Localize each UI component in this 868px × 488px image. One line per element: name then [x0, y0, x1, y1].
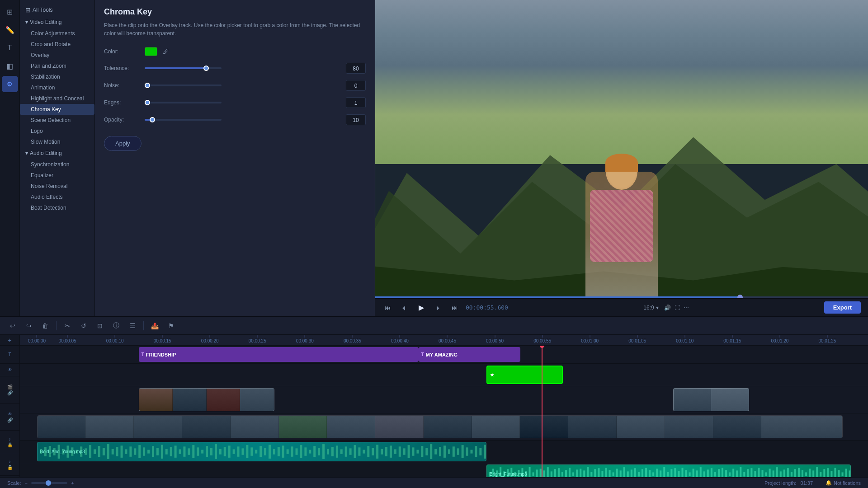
- scale-minus-icon[interactable]: −: [25, 480, 28, 486]
- noise-slider-track[interactable]: [145, 84, 222, 86]
- audio-editing-section[interactable]: ▾ Audio Editing: [20, 147, 94, 159]
- export-button[interactable]: Export: [824, 301, 861, 314]
- apply-button[interactable]: Apply: [104, 136, 142, 151]
- chevron-icon: ▾: [25, 19, 28, 25]
- sidebar-item-beat-detection[interactable]: Beat Detection: [20, 202, 94, 213]
- svg-rect-181: [772, 470, 774, 477]
- sidebar-item-synchronization[interactable]: Synchronization: [20, 159, 94, 170]
- svg-rect-190: [805, 472, 807, 476]
- friendship-clip[interactable]: T FRIENDSHIP: [139, 347, 419, 362]
- my-amazing-clip-label: T MY AMAZING: [419, 352, 460, 357]
- audio1-clip[interactable]: Bold_And_Young.mp3: [37, 442, 486, 461]
- sidebar-item-slow-motion[interactable]: Slow Motion: [20, 136, 94, 147]
- undo-button[interactable]: ↩: [7, 320, 18, 331]
- edges-slider-thumb[interactable]: [145, 100, 150, 105]
- scale-thumb[interactable]: [46, 480, 51, 486]
- skip-end-button[interactable]: ⏭: [449, 302, 460, 313]
- step-forward-button[interactable]: ⏵: [433, 302, 444, 313]
- cut-button[interactable]: ✂: [62, 320, 73, 331]
- sidebar-item-color-adjustments[interactable]: Color Adjustments: [20, 28, 94, 39]
- svg-rect-75: [363, 450, 365, 453]
- svg-rect-65: [318, 448, 320, 455]
- audio2-clip-content: Bright_Future.mp3: [487, 465, 851, 477]
- upper-video-clip-1[interactable]: [139, 388, 274, 411]
- sidebar-item-crop-rotate[interactable]: Crop and Rotate: [20, 39, 94, 50]
- redo-button[interactable]: ↪: [24, 320, 34, 331]
- step-back-button[interactable]: ⏴: [399, 302, 410, 313]
- svg-rect-119: [547, 467, 549, 477]
- icon-bar-tools[interactable]: ⚙: [2, 76, 18, 92]
- svg-rect-23: [129, 446, 132, 457]
- svg-rect-135: [605, 468, 607, 477]
- svg-rect-53: [264, 448, 266, 455]
- svg-rect-57: [282, 446, 284, 458]
- icon-bar-text[interactable]: T: [2, 40, 18, 56]
- sidebar-item-chroma-key[interactable]: Chroma Key: [20, 104, 94, 115]
- edges-slider-track[interactable]: [145, 102, 222, 103]
- svg-rect-94: [448, 449, 450, 454]
- color-swatch[interactable]: [145, 47, 157, 56]
- scale-slider[interactable]: [31, 482, 67, 484]
- flag-button[interactable]: ⚑: [165, 320, 176, 331]
- opacity-slider-thumb[interactable]: [150, 117, 155, 122]
- tolerance-slider-track[interactable]: [145, 67, 222, 69]
- restore-button[interactable]: ↺: [78, 320, 89, 331]
- svg-rect-73: [354, 445, 356, 458]
- tick-40: 00:00:40: [391, 335, 409, 343]
- svg-rect-70: [340, 449, 342, 454]
- opacity-slider-container: [145, 119, 342, 121]
- sidebar-item-logo[interactable]: Logo: [20, 126, 94, 136]
- sidebar-item-animation[interactable]: Animation: [20, 82, 94, 93]
- notifications-button[interactable]: 🔔 Notifications: [826, 480, 861, 486]
- noise-slider-thumb[interactable]: [145, 83, 150, 88]
- video-editing-section[interactable]: ▾ Video Editing: [20, 16, 94, 28]
- tracks-scrollable[interactable]: 00:00:00 00:00:05 00:00:10 00:00:15 00:0…: [20, 335, 868, 477]
- opacity-slider-track[interactable]: [145, 119, 222, 121]
- svg-rect-130: [587, 467, 589, 477]
- add-track-icon[interactable]: +: [8, 337, 11, 344]
- project-length-label: Project length:: [764, 480, 796, 486]
- sidebar-item-equalizer[interactable]: Equalizer: [20, 170, 94, 181]
- sidebar-item-highlight-conceal[interactable]: Highlight and Conceal: [20, 93, 94, 104]
- all-tools-link[interactable]: ⊞ All Tools: [20, 4, 94, 16]
- my-amazing-clip[interactable]: T MY AMAZING: [419, 347, 520, 362]
- info-button[interactable]: ⓘ: [111, 320, 122, 331]
- icon-bar-media[interactable]: ⊞: [2, 4, 18, 20]
- play-button[interactable]: ▶: [415, 301, 428, 314]
- music-icon: ♪: [9, 436, 11, 441]
- upper-video-clip-2[interactable]: [673, 388, 750, 411]
- sidebar-item-overlay[interactable]: Overlay: [20, 50, 94, 61]
- main-video-clip[interactable]: [37, 415, 843, 438]
- svg-rect-131: [590, 472, 592, 476]
- export-frame-button[interactable]: 📤: [149, 320, 160, 331]
- volume-icon[interactable]: 🔊: [664, 305, 671, 311]
- audio2-label: Bright_Future.mp3: [490, 472, 527, 477]
- svg-rect-36: [188, 448, 190, 455]
- fullscreen-icon[interactable]: ⛶: [675, 305, 680, 311]
- sidebar-item-noise-removal[interactable]: Noise Removal: [20, 181, 94, 192]
- eyedropper-button[interactable]: 🖊: [161, 47, 171, 56]
- noise-value: 0: [346, 80, 366, 91]
- svg-rect-151: [663, 467, 665, 477]
- scale-plus-icon[interactable]: +: [71, 480, 74, 486]
- svg-rect-20: [116, 447, 118, 456]
- sidebar-item-scene-detection[interactable]: Scene Detection: [20, 115, 94, 126]
- delete-button[interactable]: 🗑: [40, 320, 51, 331]
- icon-bar-transition[interactable]: ◧: [2, 58, 18, 74]
- svg-rect-87: [416, 450, 419, 453]
- icon-bar-edit[interactable]: ✏️: [2, 22, 18, 38]
- sidebar-item-stabilization[interactable]: Stabilization: [20, 71, 94, 82]
- more-icon[interactable]: ⋯: [684, 305, 689, 311]
- svg-rect-100: [475, 446, 477, 457]
- green-screen-clip[interactable]: ★: [486, 366, 563, 384]
- tolerance-slider-container: [145, 67, 342, 69]
- skip-start-button[interactable]: ⏮: [382, 302, 393, 313]
- audio2-clip[interactable]: Bright_Future.mp3: [486, 465, 851, 477]
- markers-button[interactable]: ☰: [127, 320, 138, 331]
- sidebar-item-audio-effects[interactable]: Audio Effects: [20, 192, 94, 202]
- svg-rect-34: [179, 449, 181, 454]
- tolerance-slider-thumb[interactable]: [203, 66, 209, 71]
- svg-rect-29: [156, 448, 158, 455]
- crop-button[interactable]: ⊡: [94, 320, 105, 331]
- sidebar-item-pan-zoom[interactable]: Pan and Zoom: [20, 61, 94, 71]
